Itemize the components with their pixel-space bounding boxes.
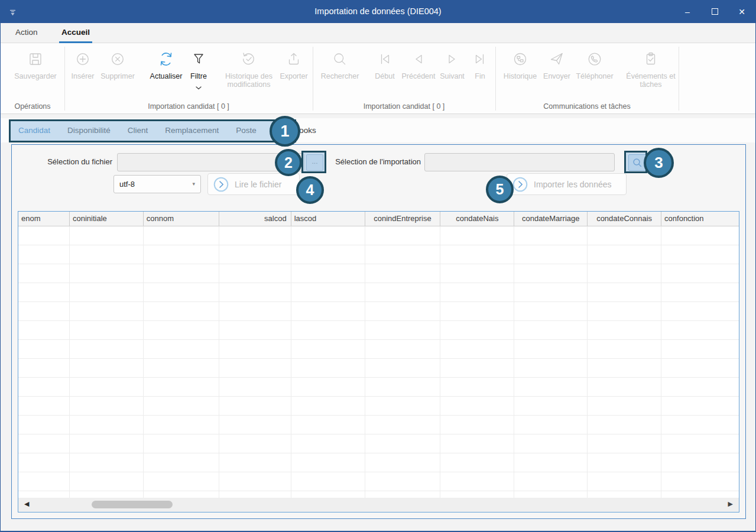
- app-window: Importation de données (DIE004) – ✕ Acti…: [0, 0, 756, 532]
- ribbon-button-label: Rechercher: [317, 72, 363, 80]
- grid-body-column: [440, 226, 514, 498]
- grid-column-header[interactable]: conindEntreprise: [365, 212, 441, 226]
- ribbon-button-label: Téléphoner: [573, 72, 616, 80]
- ribbon: Sauvegarder Insérer Supprimer Actualiser…: [1, 43, 755, 114]
- grid-body-column: [661, 226, 739, 498]
- circle-chevron-right-icon: [512, 177, 528, 192]
- title-bar: Importation de données (DIE004) – ✕: [1, 0, 755, 23]
- ribbon-button-actualiser[interactable]: Actualiser: [144, 51, 189, 80]
- ribbon-button-label: Insérer: [66, 72, 100, 80]
- insert-icon: [66, 51, 100, 72]
- clipboard-check-icon: [622, 51, 679, 72]
- grid-column-header[interactable]: condateConnais: [588, 212, 661, 226]
- grid-body: [18, 226, 739, 498]
- annotation-badge-3: 3: [644, 148, 674, 178]
- ribbon-button-label: Événements et tâches: [622, 72, 679, 89]
- ribbon-button-label: Précédent: [398, 72, 439, 80]
- import-selection-label: Sélection de l'importation: [319, 157, 421, 166]
- ribbon-group-caption: Opérations: [1, 102, 64, 111]
- ribbon-button-label: Fin: [470, 72, 490, 80]
- annotation-badge-1: 1: [270, 116, 300, 147]
- save-icon: [9, 51, 62, 72]
- minimize-icon: –: [685, 7, 690, 17]
- ribbon-button-label: Historique des modifications: [216, 72, 282, 89]
- ribbon-button-supprimer[interactable]: Supprimer: [96, 51, 139, 80]
- send-icon: [539, 51, 575, 72]
- ribbon-group-caption: Communications et tâches: [495, 102, 679, 111]
- grid-column-header[interactable]: salcod: [219, 212, 291, 226]
- ribbon-button-historique[interactable]: Historique: [498, 51, 542, 80]
- ribbon-button-suivant[interactable]: Suivant: [437, 51, 467, 80]
- ribbon-divider: [495, 47, 496, 111]
- ribbon-button-filtre[interactable]: Filtre: [184, 51, 213, 92]
- ribbon-button-label: Suivant: [437, 72, 467, 80]
- grid-column-header[interactable]: confonction: [661, 212, 739, 226]
- ribbon-button-envoyer[interactable]: Envoyer: [539, 51, 575, 80]
- menu-accueil[interactable]: Accueil: [59, 23, 92, 43]
- annotation-box-2: [301, 151, 326, 173]
- ribbon-divider: [313, 47, 313, 111]
- previous-icon: [398, 51, 439, 72]
- ribbon-button-label: Actualiser: [144, 72, 189, 80]
- ribbon-button-label: Envoyer: [539, 72, 575, 80]
- ribbon-button-debut[interactable]: Début: [371, 51, 399, 80]
- ribbon-button-rechercher[interactable]: Rechercher: [317, 51, 363, 80]
- delete-icon: [96, 51, 139, 72]
- grid-column-header[interactable]: enom: [18, 212, 70, 226]
- annotation-badge-5: 5: [486, 176, 514, 203]
- import-data-button[interactable]: Importer les données: [507, 173, 627, 195]
- scroll-right-arrow[interactable]: ▶: [728, 500, 733, 508]
- grid-body-column: [144, 226, 219, 498]
- grid-column-header[interactable]: coninitiale: [70, 212, 144, 226]
- annotation-badge-2: 2: [275, 149, 302, 176]
- ribbon-button-label: Exporter: [275, 72, 312, 80]
- grid-header: enom coninitiale connom salcod lascod co…: [18, 212, 739, 226]
- ribbon-group-caption: Importation candidat [ 0 ]: [64, 102, 313, 111]
- maximize-icon: [712, 8, 718, 15]
- encoding-dropdown[interactable]: utf-8 ▾: [113, 175, 201, 193]
- ribbon-button-fin[interactable]: Fin: [470, 51, 490, 80]
- close-icon: ✕: [738, 7, 745, 17]
- close-button[interactable]: ✕: [728, 0, 755, 23]
- grid-body-column: [588, 226, 661, 498]
- window-controls: – ✕: [674, 0, 755, 23]
- ribbon-group-caption: Importation candidat [ 0 ]: [313, 102, 495, 111]
- chevron-down-icon: [184, 82, 213, 92]
- ribbon-button-precedent[interactable]: Précédent: [398, 51, 439, 80]
- grid-column-header[interactable]: condateNais: [440, 212, 514, 226]
- menu-bar: Action Accueil ?: [1, 23, 755, 43]
- communications-history-icon: [498, 51, 542, 72]
- grid-body-column: [291, 226, 365, 498]
- data-grid: enom coninitiale connom salcod lascod co…: [18, 211, 739, 512]
- ribbon-button-label: Filtre: [184, 72, 213, 80]
- file-selection-label: Sélection du fichier: [12, 157, 112, 166]
- ribbon-button-telephoner[interactable]: Téléphoner: [573, 51, 616, 80]
- window-title: Importation de données (DIE004): [1, 0, 755, 23]
- minimize-button[interactable]: –: [674, 0, 701, 23]
- ribbon-button-label: Sauvegarder: [9, 72, 62, 80]
- grid-body-column: [70, 226, 144, 498]
- grid-column-header[interactable]: condateMarriage: [514, 212, 588, 226]
- refresh-icon: [144, 51, 189, 72]
- content-panel: Sélection du fichier ... Sélection de l'…: [11, 144, 746, 519]
- horizontal-scrollbar[interactable]: ◀ ▶: [18, 498, 739, 512]
- read-file-button[interactable]: Lire le fichier: [207, 173, 300, 195]
- grid-body-column: [514, 226, 588, 498]
- maximize-button[interactable]: [701, 0, 728, 23]
- scrollbar-thumb[interactable]: [92, 501, 173, 508]
- grid-column-header[interactable]: connom: [144, 212, 219, 226]
- grid-body-column: [219, 226, 291, 498]
- ribbon-button-historique-modifications[interactable]: Historique des modifications: [216, 51, 282, 89]
- menu-action[interactable]: Action: [13, 23, 40, 43]
- circle-chevron-right-icon: [213, 177, 229, 192]
- scroll-left-arrow[interactable]: ◀: [24, 500, 29, 508]
- grid-body-column: [18, 226, 70, 498]
- next-icon: [437, 51, 467, 72]
- ribbon-button-exporter[interactable]: Exporter: [275, 51, 312, 80]
- phone-icon: [573, 51, 616, 72]
- grid-column-header[interactable]: lascod: [291, 212, 365, 226]
- ribbon-button-inserer[interactable]: Insérer: [66, 51, 100, 80]
- ribbon-button-sauvegarder[interactable]: Sauvegarder: [9, 51, 62, 80]
- ribbon-button-evenements-taches[interactable]: Événements et tâches: [622, 51, 679, 89]
- import-selection-input[interactable]: [424, 153, 615, 171]
